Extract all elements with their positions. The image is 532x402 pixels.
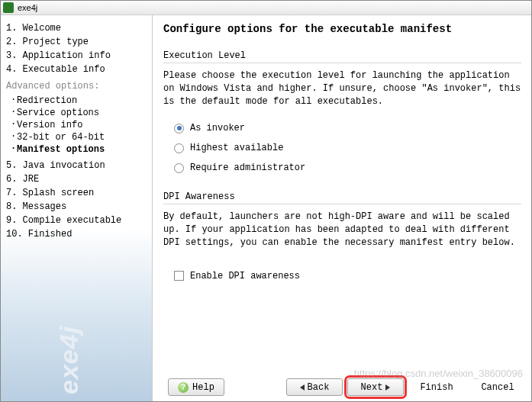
substep-list: Redirection Service options Version info… [6, 95, 149, 156]
substep-manifest-options[interactable]: Manifest options [6, 143, 149, 156]
advanced-options-label: Advanced options: [6, 79, 149, 93]
substep-service-options[interactable]: Service options [6, 107, 149, 119]
content-area: Configure options for the executable man… [153, 15, 532, 402]
radio-require-administrator[interactable]: Require administrator [174, 162, 521, 173]
dpi-awareness-desc: By default, launchers are not high-DPI a… [163, 211, 521, 249]
step-welcome[interactable]: 1. Welcome [6, 21, 149, 35]
app-icon [3, 2, 14, 13]
next-button[interactable]: Next [347, 378, 404, 396]
watermark: https://blog.csdn.net/weixin_38600096 [354, 368, 523, 379]
step-jre[interactable]: 6. JRE [6, 172, 149, 186]
radio-label: Highest available [190, 143, 283, 153]
substep-redirection[interactable]: Redirection [6, 95, 149, 107]
window-title: exe4j [18, 3, 37, 12]
step-messages[interactable]: 8. Messages [6, 200, 149, 214]
substep-32-64-bit[interactable]: 32-bit or 64-bit [6, 131, 149, 143]
checkbox-enable-dpi[interactable]: Enable DPI awareness [174, 271, 521, 281]
back-button[interactable]: Back [286, 378, 343, 396]
brand-logo: exe4j [54, 326, 84, 394]
radio-as-invoker[interactable]: As invoker [174, 123, 521, 133]
finish-button[interactable]: Finish [408, 378, 465, 396]
step-finished[interactable]: 10. Finished [6, 227, 149, 241]
title-bar: exe4j [0, 0, 532, 15]
radio-label: As invoker [190, 123, 245, 133]
radio-label: Require administrator [190, 162, 305, 173]
step-application-info[interactable]: 3. Application info [6, 49, 149, 63]
step-splash-screen[interactable]: 7. Splash screen [6, 186, 149, 200]
radio-icon [174, 163, 184, 173]
step-executable-info[interactable]: 4. Executable info [6, 63, 149, 76]
group-execution-level: Execution Level [163, 50, 521, 63]
sidebar: 1. Welcome 2. Project type 3. Applicatio… [0, 15, 153, 402]
button-bar: ? Help Back Next Finish Cancel [163, 378, 526, 396]
execution-level-desc: Please choose the execution level for la… [163, 69, 521, 108]
substep-version-info[interactable]: Version info [6, 119, 149, 131]
step-list: 1. Welcome 2. Project type 3. Applicatio… [6, 21, 149, 241]
checkbox-icon [174, 271, 184, 281]
triangle-right-icon [385, 384, 390, 391]
radio-icon [174, 124, 184, 133]
radio-highest-available[interactable]: Highest available [174, 143, 521, 153]
help-icon: ? [178, 382, 189, 393]
group-dpi-awareness: DPI Awareness [163, 191, 521, 204]
step-compile-executable[interactable]: 9. Compile executable [6, 214, 149, 227]
triangle-left-icon [300, 384, 305, 391]
page-title: Configure options for the executable man… [163, 23, 521, 35]
step-project-type[interactable]: 2. Project type [6, 35, 149, 49]
step-java-invocation[interactable]: 5. Java invocation [6, 159, 149, 172]
checkbox-label: Enable DPI awareness [190, 271, 300, 281]
help-button[interactable]: ? Help [168, 378, 224, 396]
cancel-button[interactable]: Cancel [469, 378, 526, 396]
main-area: 1. Welcome 2. Project type 3. Applicatio… [0, 15, 532, 402]
radio-icon [174, 143, 184, 153]
